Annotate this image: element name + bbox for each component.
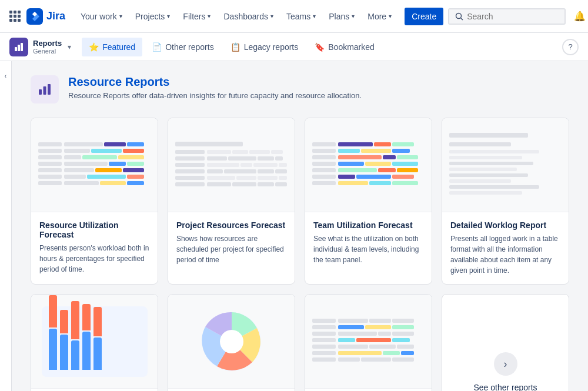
card-description: See what is the utilization on both indi… <box>313 233 423 265</box>
card-preview-leave <box>305 295 432 389</box>
tab-legacy-reports[interactable]: 📋 Legacy reports <box>223 38 306 56</box>
card-preview-pie <box>168 295 295 389</box>
page-title: Resource Reports <box>68 75 362 89</box>
top-navigation: Jira Your work ▾ Projects ▾ Filters ▾ Da… <box>0 0 588 33</box>
secondary-navigation: Reports General ▾ ⭐ Featured 📄 Other rep… <box>0 33 588 61</box>
card-detailed-worklog[interactable]: Detailed Worklog Report Presents all log… <box>442 118 569 285</box>
create-button[interactable]: Create <box>405 8 443 25</box>
card-body: Team Capacity Chart Displays team capaci… <box>31 389 158 391</box>
nav-teams[interactable]: Teams ▾ <box>280 8 322 25</box>
svg-rect-7 <box>44 86 46 95</box>
card-team-capacity[interactable]: Team Capacity Chart Displays team capaci… <box>31 294 158 391</box>
page-description: Resource Reports offer data-driven insig… <box>68 91 362 100</box>
nav-plans[interactable]: Plans ▾ <box>323 8 360 25</box>
nav-filters[interactable]: Filters ▾ <box>177 8 216 25</box>
card-project-resources[interactable]: Project Resources Forecast Shows how res… <box>168 118 295 285</box>
tab-group: ⭐ Featured 📄 Other reports 📋 Legacy repo… <box>82 38 562 56</box>
notifications-button[interactable]: 🔔 <box>570 7 588 26</box>
bookmark-icon: 🔖 <box>315 42 325 52</box>
chevron-down-icon: ▾ <box>119 13 122 19</box>
page-layout: ‹ Resource Reports Resource Reports offe… <box>0 61 588 391</box>
card-description: Shows how resources are scheduled per pr… <box>176 233 286 265</box>
svg-point-10 <box>220 330 243 353</box>
nav-dashboards[interactable]: Dashboards ▾ <box>218 8 279 25</box>
card-preview-team-capacity <box>31 295 158 389</box>
card-body: Leave Report Get an overview of all leav… <box>305 389 432 391</box>
card-body: Team Utilization Pie Chart Shows how the… <box>168 389 295 391</box>
card-preview-team-utilization <box>305 118 432 212</box>
card-body: Team Utilization Forecast See what is th… <box>305 212 432 273</box>
chevron-right-icon: › <box>494 352 517 376</box>
chevron-down-icon: ▾ <box>270 13 273 19</box>
svg-rect-6 <box>39 89 42 95</box>
reports-breadcrumb: Reports General ▾ <box>9 38 72 56</box>
chevron-down-icon: ▾ <box>208 13 211 19</box>
card-team-utilization-pie[interactable]: Team Utilization Pie Chart Shows how the… <box>168 294 295 391</box>
search-input[interactable] <box>467 12 549 21</box>
page-header-text: Resource Reports Resource Reports offer … <box>68 75 362 100</box>
svg-rect-8 <box>48 84 51 95</box>
tab-bookmarked[interactable]: 🔖 Bookmarked <box>308 38 382 56</box>
page-header-icon <box>31 75 59 103</box>
secondbar-right: ? <box>562 39 579 55</box>
tab-other-reports[interactable]: 📄 Other reports <box>145 38 220 56</box>
card-title: Project Resources Forecast <box>176 220 286 230</box>
card-description: Presents person's workload both in hours… <box>39 243 149 275</box>
card-title: Detailed Worklog Report <box>450 220 560 230</box>
svg-rect-5 <box>21 43 23 51</box>
logo[interactable]: Jira <box>9 8 65 25</box>
jira-logo-text: Jira <box>46 10 65 22</box>
card-body: Resource Utilization Forecast Presents p… <box>31 212 158 283</box>
help-circle-button[interactable]: ? <box>562 39 579 55</box>
jira-logo-icon <box>26 8 43 25</box>
nav-items: Your work ▾ Projects ▾ Filters ▾ Dashboa… <box>75 8 397 25</box>
topnav-right: 🔔 ? ⚙ BR <box>448 7 588 26</box>
card-title: Team Utilization Forecast <box>313 220 423 230</box>
card-body: Detailed Worklog Report Presents all log… <box>442 212 569 284</box>
search-box[interactable] <box>448 8 566 25</box>
card-description: Presents all logged work in a table form… <box>450 233 560 276</box>
clipboard-icon: 📋 <box>230 42 240 52</box>
main-content: Resource Reports Resource Reports offer … <box>12 61 588 391</box>
chevron-down-icon: ▾ <box>167 13 170 19</box>
see-other-content: › See other reports <box>442 295 569 391</box>
card-preview-project-resources <box>168 118 295 212</box>
svg-line-2 <box>461 18 463 20</box>
card-resource-utilization[interactable]: Resource Utilization Forecast Presents p… <box>31 118 158 285</box>
chevron-down-icon: ▾ <box>389 13 392 19</box>
svg-rect-3 <box>15 47 17 51</box>
svg-rect-4 <box>18 45 20 51</box>
document-icon: 📄 <box>152 42 162 52</box>
chevron-down-icon: ▾ <box>352 13 355 19</box>
see-other-label: See other reports <box>473 383 537 391</box>
card-body: Project Resources Forecast Shows how res… <box>168 212 295 273</box>
reports-sublabel: General <box>33 48 62 55</box>
reports-title-group: Reports General <box>33 39 62 55</box>
cards-grid: Resource Utilization Forecast Presents p… <box>31 118 569 391</box>
card-preview-worklog <box>442 118 569 212</box>
tab-featured[interactable]: ⭐ Featured <box>82 38 142 56</box>
nav-projects[interactable]: Projects ▾ <box>129 8 176 25</box>
expand-icon[interactable]: ▾ <box>66 42 72 52</box>
card-leave-report[interactable]: Leave Report Get an overview of all leav… <box>305 294 432 391</box>
card-preview-resource-utilization <box>31 118 158 212</box>
card-see-other-reports[interactable]: › See other reports <box>442 294 569 391</box>
card-title: Resource Utilization Forecast <box>39 220 149 239</box>
svg-point-1 <box>456 13 462 18</box>
sidebar-toggle[interactable]: ‹ <box>0 61 12 391</box>
apps-icon[interactable] <box>9 11 21 22</box>
chevron-down-icon: ▾ <box>313 13 316 19</box>
card-team-utilization[interactable]: Team Utilization Forecast See what is th… <box>305 118 432 285</box>
reports-label: Reports <box>33 39 62 48</box>
search-icon <box>455 12 463 21</box>
star-icon: ⭐ <box>89 42 99 52</box>
page-header: Resource Reports Resource Reports offer … <box>31 75 569 103</box>
nav-your-work[interactable]: Your work ▾ <box>75 8 128 25</box>
nav-more[interactable]: More ▾ <box>362 8 397 25</box>
reports-icon <box>9 38 28 56</box>
